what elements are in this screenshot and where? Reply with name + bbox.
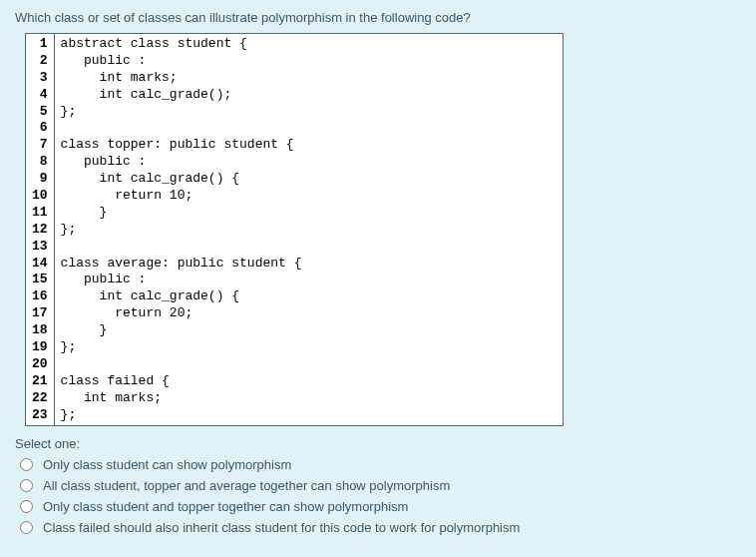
code-line: class topper: public student {: [61, 137, 557, 154]
option-label[interactable]: Class failed should also inherit class s…: [43, 520, 520, 535]
line-number: 12: [30, 222, 50, 239]
line-number: 16: [30, 288, 50, 305]
code-line: public :: [61, 53, 557, 70]
code-line: return 10;: [61, 188, 557, 205]
line-number: 1: [30, 36, 50, 53]
line-number: 17: [30, 305, 50, 322]
code-line: [61, 120, 557, 137]
code-line: int marks;: [61, 390, 557, 407]
code-line: }: [61, 205, 557, 222]
line-number: 4: [30, 87, 50, 104]
code-line: }: [61, 322, 557, 339]
option-radio[interactable]: [20, 521, 33, 534]
line-number: 5: [30, 104, 50, 121]
option-label[interactable]: All class student, topper and average to…: [43, 478, 450, 493]
option-radio[interactable]: [20, 458, 33, 471]
line-number: 23: [30, 407, 50, 424]
line-number: 14: [30, 256, 50, 273]
code-line: public :: [61, 154, 557, 171]
option-row: Only class student can show polymorphism: [15, 457, 741, 472]
question-text: Which class or set of classes can illust…: [15, 10, 741, 25]
line-number: 10: [30, 188, 50, 205]
code-line: int calc_grade() {: [61, 171, 557, 188]
line-number: 21: [30, 373, 50, 390]
line-number: 6: [30, 120, 50, 137]
line-number: 9: [30, 171, 50, 188]
option-label[interactable]: Only class student and topper together c…: [43, 499, 408, 514]
code-line: class failed {: [61, 373, 557, 390]
code-line: [61, 239, 557, 256]
line-number: 11: [30, 205, 50, 222]
line-number: 7: [30, 137, 50, 154]
code-line: };: [61, 407, 557, 424]
option-radio[interactable]: [20, 479, 33, 492]
code-line: int marks;: [61, 70, 557, 87]
option-row: Class failed should also inherit class s…: [15, 520, 741, 535]
code-line: int calc_grade();: [61, 87, 557, 104]
code-line: [61, 356, 557, 373]
code-content: abstract class student { public : int ma…: [55, 34, 563, 425]
line-number: 19: [30, 339, 50, 356]
code-line: };: [61, 339, 557, 356]
code-line: return 20;: [61, 305, 557, 322]
code-line: };: [61, 222, 557, 239]
line-number: 20: [30, 356, 50, 373]
option-label[interactable]: Only class student can show polymorphism: [43, 457, 291, 472]
line-number: 3: [30, 70, 50, 87]
options-group: Only class student can show polymorphism…: [15, 457, 741, 535]
option-radio[interactable]: [20, 500, 33, 513]
select-prompt: Select one:: [15, 436, 741, 451]
code-line: int calc_grade() {: [61, 288, 557, 305]
line-number: 18: [30, 322, 50, 339]
code-line: public :: [61, 272, 557, 288]
line-number: 2: [30, 53, 50, 70]
code-block: 1234567891011121314151617181920212223 ab…: [25, 33, 564, 426]
line-number: 15: [30, 272, 50, 288]
line-number: 8: [30, 154, 50, 171]
code-line: class average: public student {: [61, 256, 557, 273]
code-line: abstract class student {: [61, 36, 557, 53]
line-numbers: 1234567891011121314151617181920212223: [26, 34, 55, 425]
code-line: };: [61, 104, 557, 121]
line-number: 13: [30, 239, 50, 256]
option-row: Only class student and topper together c…: [15, 499, 741, 514]
option-row: All class student, topper and average to…: [15, 478, 741, 493]
line-number: 22: [30, 390, 50, 407]
